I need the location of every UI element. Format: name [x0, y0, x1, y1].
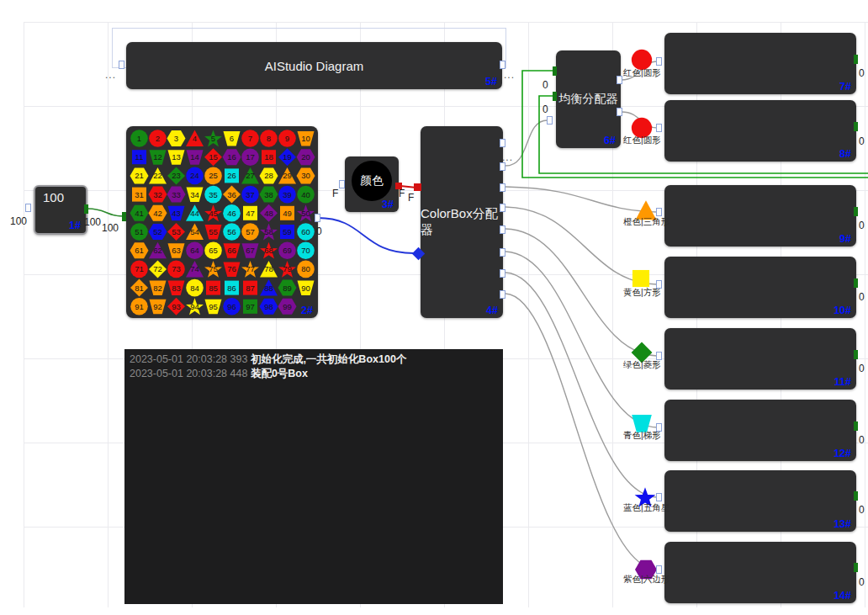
svg-text:67: 67: [246, 246, 255, 255]
port-colorbox-out-3[interactable]: [500, 183, 505, 192]
log-line: 2023-05-01 20:03:28 393 初始化完成,一共初始化Box10…: [130, 353, 498, 367]
node-title[interactable]: AIStudio Diagram 5#: [126, 42, 502, 89]
node-source-100[interactable]: 100 1#: [34, 185, 87, 235]
box-cell-26: 26: [225, 168, 239, 183]
color-circle: 颜色: [352, 161, 392, 201]
svg-text:88: 88: [264, 284, 273, 293]
output-node-14[interactable]: 14#: [664, 542, 856, 603]
svg-text:43: 43: [172, 209, 181, 218]
node-id-3: 3#: [382, 199, 394, 210]
box-cell-91: 91: [130, 298, 148, 315]
port-colorbox-out-7[interactable]: [500, 269, 505, 278]
port-output-out-11[interactable]: [854, 350, 858, 359]
port-balance-left-bottom[interactable]: [547, 116, 553, 125]
box-cell-11: 11: [132, 150, 146, 164]
diagram-canvas[interactable]: AIStudio Diagram 5# ... ... 100 1# 100 1…: [0, 0, 868, 615]
output-node-9[interactable]: 9#: [664, 185, 856, 247]
port-output-in-9[interactable]: [656, 208, 662, 216]
port-colorbox-color-in[interactable]: [414, 183, 421, 191]
output-node-8[interactable]: 8#: [664, 100, 856, 162]
output-node-13[interactable]: 13#: [664, 470, 856, 532]
box-cell-25: 25: [204, 167, 222, 185]
port-output-out-13[interactable]: [854, 491, 858, 501]
box-cell-74: 74: [186, 261, 204, 278]
svg-text:56: 56: [227, 227, 236, 236]
box-cell-62: 62: [149, 242, 167, 259]
box-cell-51: 51: [130, 223, 148, 241]
log-panel[interactable]: 2023-05-01 20:03:28 393 初始化完成,一共初始化Box10…: [124, 349, 503, 604]
port-output-out-8[interactable]: [854, 122, 858, 131]
box-cell-66: 66: [224, 243, 241, 258]
node-color[interactable]: 颜色 3#: [345, 156, 399, 212]
output-node-7[interactable]: 7#: [664, 33, 856, 94]
port-output-out-9[interactable]: [854, 207, 858, 216]
output-count-8: 0: [859, 135, 865, 147]
output-node-11[interactable]: 11#: [664, 328, 856, 390]
svg-text:44: 44: [190, 209, 199, 218]
svg-text:5: 5: [211, 134, 215, 143]
node-id-13: 13#: [834, 518, 851, 530]
svg-text:32: 32: [153, 190, 162, 199]
box-cell-1: 1: [130, 130, 148, 147]
port-colorbox-out-6[interactable]: [500, 248, 505, 257]
node-id-4: 4#: [486, 305, 498, 316]
svg-text:68: 68: [264, 246, 273, 255]
port-color-left[interactable]: [339, 180, 345, 188]
svg-text:45: 45: [209, 209, 218, 218]
svg-text:54: 54: [190, 227, 199, 236]
svg-text:22: 22: [153, 172, 162, 181]
svg-text:3: 3: [174, 134, 178, 143]
color-left-label: F: [332, 188, 338, 199]
port-balance-out-2[interactable]: [617, 108, 622, 116]
svg-text:53: 53: [172, 227, 181, 236]
port-output-in-13[interactable]: [656, 493, 662, 501]
port-colorbox-out-2[interactable]: [500, 162, 505, 171]
box-cell-27: 27: [241, 167, 259, 184]
port-output-in-14[interactable]: [656, 565, 662, 574]
output-count-7: 0: [859, 67, 865, 79]
port-balance-in-1[interactable]: [553, 66, 557, 76]
port-colorbox-out-5[interactable]: [500, 225, 505, 234]
box-cell-85: 85: [206, 281, 220, 295]
node-balance-dispatcher[interactable]: 均衡分配器 6#: [556, 50, 621, 148]
port-colorbox-out-1[interactable]: [500, 139, 505, 147]
port-output-out-7[interactable]: [854, 55, 858, 64]
box-cell-59: 59: [280, 225, 294, 239]
node-colorbox-dispatcher[interactable]: ColorBox分配器 4#: [421, 126, 503, 318]
node-id-8: 8#: [839, 148, 851, 160]
svg-text:72: 72: [153, 265, 162, 274]
output-count-14: 0: [859, 576, 865, 588]
port-balance-out-1[interactable]: [617, 76, 622, 84]
box-cell-89: 89: [278, 280, 297, 296]
port-output-in-8[interactable]: [656, 124, 662, 132]
box-cell-84: 84: [186, 279, 204, 297]
port-output-in-7[interactable]: [656, 57, 662, 66]
box-cell-12: 12: [150, 150, 167, 165]
colorbox-title: ColorBox分配器: [421, 126, 503, 318]
output-node-12[interactable]: 12#: [664, 400, 856, 461]
log-message: 初始化完成,一共初始化Box100个: [251, 353, 406, 365]
balance-in-label-1: 0: [542, 79, 548, 91]
node-id-5: 5#: [485, 76, 497, 87]
port-balance-in-2[interactable]: [553, 92, 557, 101]
box-cell-36: 36: [223, 186, 241, 204]
wire: [505, 273, 657, 497]
node-box-grid[interactable]: 1234567891011121314151617181920212223242…: [126, 126, 318, 318]
node-id-11: 11#: [834, 376, 851, 388]
svg-text:65: 65: [209, 246, 218, 255]
port-output-out-12[interactable]: [854, 421, 858, 431]
output-node-10[interactable]: 10#: [664, 257, 856, 318]
port-grid-out[interactable]: [315, 214, 320, 222]
port-colorbox-out-8[interactable]: [500, 290, 505, 299]
port-colorbox-out-4[interactable]: [500, 204, 505, 212]
port-title-right[interactable]: [500, 61, 505, 69]
box-cell-9: 9: [278, 130, 296, 147]
port-source-out[interactable]: [84, 204, 88, 214]
port-grid-in[interactable]: [122, 212, 126, 221]
port-source-left[interactable]: [25, 204, 31, 212]
port-output-out-10[interactable]: [854, 278, 858, 288]
port-output-out-14[interactable]: [854, 563, 858, 572]
box-cell-14: 14: [187, 150, 204, 165]
port-title-left[interactable]: [119, 61, 124, 69]
svg-text:49: 49: [283, 209, 292, 218]
